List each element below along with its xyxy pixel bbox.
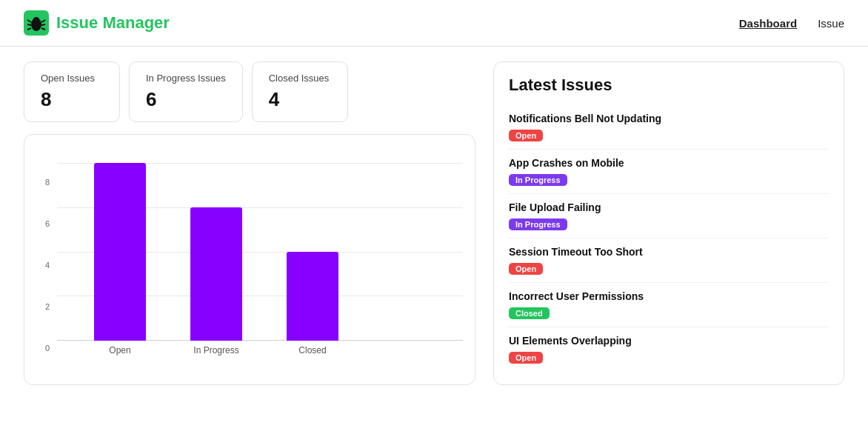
issue-item-5[interactable]: UI Elements Overlapping Open bbox=[509, 327, 829, 371]
bar-closed-group bbox=[287, 252, 338, 341]
issue-badge-3: Open bbox=[509, 263, 543, 275]
y-label-4: 4 bbox=[36, 261, 50, 270]
chart-area: 0 2 4 6 8 bbox=[36, 148, 463, 355]
app-title: Issue Manager bbox=[56, 13, 170, 33]
y-label-2: 2 bbox=[36, 302, 50, 311]
card-open-value: 8 bbox=[41, 88, 103, 111]
issue-name-2: File Upload Failing bbox=[509, 201, 829, 213]
bar-open-group bbox=[94, 163, 146, 341]
issue-item-3[interactable]: Session Timeout Too Short Open bbox=[509, 238, 829, 283]
x-labels: Open In Progress Closed bbox=[57, 341, 463, 355]
card-inprogress: In Progress Issues 6 bbox=[129, 61, 243, 122]
main-content: Open Issues 8 In Progress Issues 6 Close… bbox=[0, 47, 868, 400]
issue-item-4[interactable]: Incorrect User Permissions Closed bbox=[509, 283, 829, 327]
x-label-closed: Closed bbox=[287, 345, 338, 355]
bar-inprogress-group bbox=[190, 207, 242, 341]
bug-icon bbox=[24, 10, 49, 36]
bar-chart: 0 2 4 6 8 bbox=[24, 134, 475, 385]
card-open: Open Issues 8 bbox=[24, 61, 120, 122]
bar-inprogress bbox=[190, 207, 242, 341]
bar-closed bbox=[287, 252, 338, 341]
nav-dashboard[interactable]: Dashboard bbox=[739, 17, 797, 30]
issue-item-1[interactable]: App Crashes on Mobile In Progress bbox=[509, 150, 829, 194]
y-label-0: 0 bbox=[36, 344, 50, 353]
issue-badge-4: Closed bbox=[509, 307, 550, 319]
issue-item-2[interactable]: File Upload Failing In Progress bbox=[509, 194, 829, 238]
issue-badge-1: In Progress bbox=[509, 174, 567, 186]
card-closed-label: Closed Issues bbox=[269, 73, 331, 84]
header: Issue Manager Dashboard Issue bbox=[0, 0, 868, 47]
y-axis: 0 2 4 6 8 bbox=[36, 178, 50, 355]
bar-open bbox=[94, 163, 146, 341]
title-brand: Issue bbox=[56, 13, 98, 32]
issue-name-1: App Crashes on Mobile bbox=[509, 157, 829, 169]
issue-name-4: Incorrect User Permissions bbox=[509, 290, 829, 302]
issue-badge-5: Open bbox=[509, 352, 543, 364]
svg-line-5 bbox=[27, 24, 31, 25]
issue-name-5: UI Elements Overlapping bbox=[509, 335, 829, 347]
card-open-label: Open Issues bbox=[41, 73, 103, 84]
issue-badge-2: In Progress bbox=[509, 218, 567, 230]
nav-issue[interactable]: Issue bbox=[818, 17, 844, 30]
card-inprogress-label: In Progress Issues bbox=[146, 73, 226, 84]
bars-row bbox=[57, 163, 463, 341]
issue-name-0: Notifications Bell Not Updating bbox=[509, 113, 829, 124]
x-label-open: Open bbox=[94, 345, 146, 355]
issue-name-3: Session Timeout Too Short bbox=[509, 246, 829, 258]
brand-area: Issue Manager bbox=[24, 10, 170, 36]
issue-badge-0: Open bbox=[509, 130, 543, 141]
issue-item-0[interactable]: Notifications Bell Not Updating Open bbox=[509, 105, 829, 150]
card-inprogress-value: 6 bbox=[146, 88, 226, 111]
card-closed: Closed Issues 4 bbox=[252, 61, 348, 122]
x-label-inprogress: In Progress bbox=[190, 345, 242, 355]
card-closed-value: 4 bbox=[269, 88, 331, 111]
issue-list: Notifications Bell Not Updating Open App… bbox=[509, 105, 829, 371]
svg-point-2 bbox=[33, 17, 39, 23]
y-label-6: 6 bbox=[36, 219, 50, 228]
title-accent: Manager bbox=[102, 13, 169, 32]
latest-issues-title: Latest Issues bbox=[509, 76, 829, 95]
bars-area: Open In Progress Closed bbox=[57, 163, 463, 355]
svg-line-6 bbox=[41, 24, 45, 25]
y-label-8: 8 bbox=[36, 178, 50, 187]
main-nav: Dashboard Issue bbox=[739, 17, 844, 30]
summary-cards: Open Issues 8 In Progress Issues 6 Close… bbox=[24, 61, 475, 122]
right-panel: Latest Issues Notifications Bell Not Upd… bbox=[493, 61, 844, 385]
left-panel: Open Issues 8 In Progress Issues 6 Close… bbox=[24, 61, 475, 385]
